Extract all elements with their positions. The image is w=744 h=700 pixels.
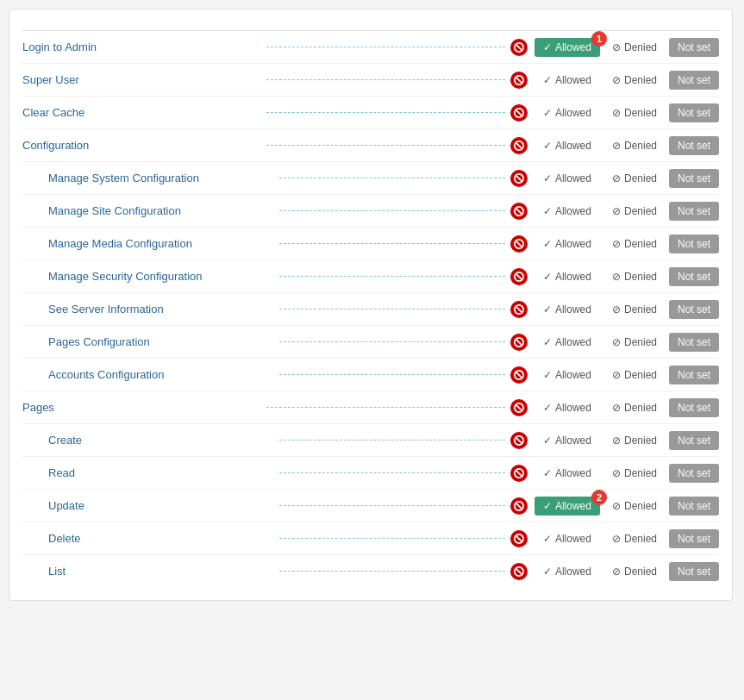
denied-button[interactable]: ⊘ Denied <box>603 202 666 221</box>
denied-button[interactable]: ⊘ Denied <box>603 529 666 548</box>
dot-separator <box>279 538 505 539</box>
not-set-button[interactable]: Not set <box>669 333 719 352</box>
dot-separator <box>279 210 505 211</box>
permission-label: Manage Security Configuration <box>22 270 274 283</box>
allowed-button[interactable]: ✓ Allowed <box>535 234 600 253</box>
denied-button[interactable]: ⊘ Denied <box>603 234 666 253</box>
check-icon: ✓ <box>543 238 552 250</box>
circle-slash-icon: ⊘ <box>612 533 621 545</box>
circle-slash-icon: ⊘ <box>612 140 621 152</box>
denied-button[interactable]: ⊘ Denied <box>603 136 666 155</box>
permission-label: Configuration <box>22 139 261 152</box>
table-row: Manage System Configuration✓ Allowed⊘ De… <box>22 161 719 194</box>
circle-slash-icon: ⊘ <box>612 303 621 316</box>
table-row: Update✓ Allowed2⊘ DeniedNot set <box>22 489 719 522</box>
not-set-button[interactable]: Not set <box>669 71 719 90</box>
check-icon: ✓ <box>543 566 552 578</box>
not-set-button[interactable]: Not set <box>669 202 719 221</box>
denied-button[interactable]: ⊘ Denied <box>603 562 666 581</box>
permission-label: Clear Cache <box>22 106 261 119</box>
denied-button[interactable]: ⊘ Denied <box>603 464 666 483</box>
check-icon: ✓ <box>543 303 552 316</box>
not-set-button[interactable]: Not set <box>669 136 719 155</box>
permission-label: Pages <box>22 401 261 414</box>
denied-button[interactable]: ⊘ Denied <box>603 300 666 319</box>
permission-button-group: ✓ Allowed⊘ DeniedNot set <box>535 529 719 548</box>
denied-button[interactable]: ⊘ Denied <box>603 398 666 417</box>
table-row: Pages✓ Allowed⊘ DeniedNot set <box>22 391 719 423</box>
check-icon: ✓ <box>543 500 552 512</box>
denied-button[interactable]: ⊘ Denied <box>603 497 666 516</box>
denied-button[interactable]: ⊘ Denied <box>603 267 666 286</box>
not-set-button[interactable]: Not set <box>669 169 719 188</box>
svg-line-25 <box>516 437 522 443</box>
not-set-button[interactable]: Not set <box>669 234 719 253</box>
circle-slash-icon: ⊘ <box>612 369 621 381</box>
deny-icon <box>510 497 528 515</box>
allowed-button[interactable]: ✓ Allowed <box>535 136 600 155</box>
allowed-button[interactable]: ✓ Allowed <box>535 497 600 516</box>
not-set-button[interactable]: Not set <box>669 529 719 548</box>
dot-separator <box>279 440 505 441</box>
not-set-button[interactable]: Not set <box>669 38 719 57</box>
allowed-button[interactable]: ✓ Allowed <box>535 267 600 286</box>
allowed-button[interactable]: ✓ Allowed <box>535 333 600 352</box>
not-set-button[interactable]: Not set <box>669 300 719 319</box>
denied-button[interactable]: ⊘ Denied <box>603 38 666 57</box>
svg-line-17 <box>516 306 522 312</box>
allowed-button[interactable]: ✓ Allowed <box>535 300 600 319</box>
allowed-button[interactable]: ✓ Allowed <box>535 366 600 384</box>
svg-line-31 <box>516 535 522 541</box>
allowed-button[interactable]: ✓ Allowed <box>535 169 600 188</box>
deny-icon <box>510 399 528 416</box>
svg-line-1 <box>516 44 522 50</box>
allowed-button[interactable]: ✓ Allowed <box>535 398 600 417</box>
deny-icon <box>510 563 528 580</box>
circle-slash-icon: ⊘ <box>612 107 621 119</box>
not-set-button[interactable]: Not set <box>669 562 719 581</box>
not-set-button[interactable]: Not set <box>669 366 719 384</box>
permission-label: Delete <box>22 532 274 545</box>
denied-button[interactable]: ⊘ Denied <box>603 366 666 384</box>
table-row: List✓ Allowed⊘ DeniedNot set <box>22 554 719 587</box>
not-set-button[interactable]: Not set <box>669 464 719 483</box>
dot-separator <box>266 145 505 146</box>
circle-slash-icon: ⊘ <box>612 172 621 184</box>
not-set-button[interactable]: Not set <box>669 398 719 417</box>
allowed-button[interactable]: ✓ Allowed <box>535 464 600 483</box>
denied-button[interactable]: ⊘ Denied <box>603 333 666 352</box>
denied-button[interactable]: ⊘ Denied <box>603 169 666 188</box>
allowed-button[interactable]: ✓ Allowed <box>535 431 600 450</box>
dot-separator <box>279 505 505 506</box>
denied-button[interactable]: ⊘ Denied <box>603 103 666 122</box>
permissions-table: Login to Admin✓ Allowed1⊘ DeniedNot setS… <box>22 30 719 587</box>
check-icon: ✓ <box>543 74 552 86</box>
not-set-button[interactable]: Not set <box>669 103 719 122</box>
permission-button-group: ✓ Allowed⊘ DeniedNot set <box>535 464 719 483</box>
not-set-button[interactable]: Not set <box>669 267 719 286</box>
circle-slash-icon: ⊘ <box>612 402 621 414</box>
svg-line-9 <box>516 175 522 181</box>
permission-label: Manage Media Configuration <box>22 237 274 250</box>
allowed-button[interactable]: ✓ Allowed <box>535 103 600 122</box>
allowed-button[interactable]: ✓ Allowed <box>535 71 600 90</box>
allowed-button[interactable]: ✓ Allowed <box>535 562 600 581</box>
check-icon: ✓ <box>543 41 552 53</box>
not-set-button[interactable]: Not set <box>669 431 719 450</box>
svg-line-23 <box>516 404 522 410</box>
badge-1: 1 <box>591 31 607 47</box>
dot-separator <box>279 309 505 309</box>
allowed-button[interactable]: ✓ Allowed <box>535 529 600 548</box>
not-set-button[interactable]: Not set <box>669 497 719 516</box>
svg-line-13 <box>516 241 522 247</box>
deny-icon <box>510 170 528 187</box>
allowed-button[interactable]: ✓ Allowed <box>535 38 600 57</box>
dot-separator <box>279 571 505 572</box>
allowed-button[interactable]: ✓ Allowed <box>535 202 600 221</box>
denied-button[interactable]: ⊘ Denied <box>603 431 666 450</box>
table-row: Read✓ Allowed⊘ DeniedNot set <box>22 456 719 489</box>
permission-button-group: ✓ Allowed⊘ DeniedNot set <box>535 431 719 450</box>
permission-label: See Server Information <box>22 303 274 316</box>
deny-icon <box>510 235 528 253</box>
denied-button[interactable]: ⊘ Denied <box>603 71 666 90</box>
